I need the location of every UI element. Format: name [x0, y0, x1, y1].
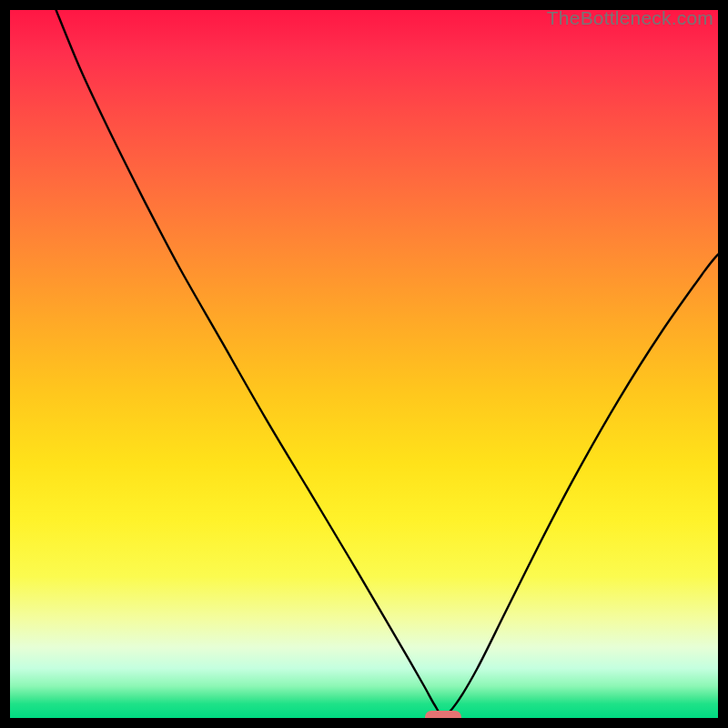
- watermark-text: TheBottleneck.com: [547, 7, 713, 29]
- optimal-marker: [425, 711, 461, 718]
- chart-frame: TheBottleneck.com: [0, 0, 728, 728]
- plot-area: [10, 10, 718, 718]
- bottleneck-curve: [10, 10, 718, 718]
